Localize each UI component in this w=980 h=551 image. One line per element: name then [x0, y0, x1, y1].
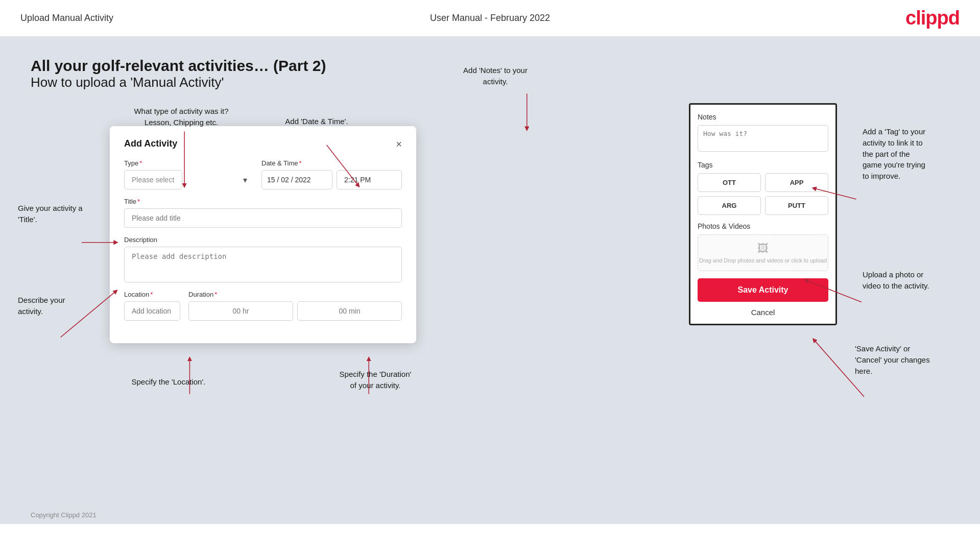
callout-give-title: Give your activity a'Title'.: [18, 203, 94, 225]
type-select[interactable]: Please select: [124, 170, 182, 189]
notes-input[interactable]: [698, 125, 828, 152]
location-label: Location*: [124, 291, 180, 298]
footer: Copyright Clippd 2021: [0, 506, 980, 524]
tag-ott[interactable]: OTT: [698, 173, 761, 192]
title-group: Title*: [124, 198, 402, 228]
description-label: Description: [124, 236, 402, 244]
photos-upload-area[interactable]: 🖼 Drag and Drop photos and videos or cli…: [698, 234, 828, 271]
date-input-group: 📅: [261, 170, 332, 189]
type-label: Type*: [124, 159, 253, 167]
upload-icon: 🖼: [757, 242, 769, 255]
callout-notes: Add 'Notes' to youractivity.: [444, 65, 546, 87]
notes-label: Notes: [698, 113, 828, 121]
tags-grid: OTT APP ARG PUTT: [698, 173, 828, 215]
title-label: Title*: [124, 198, 402, 205]
duration-inputs: [188, 301, 402, 321]
upload-text: Drag and Drop photos and videos or click…: [699, 257, 827, 263]
page-title: Upload Manual Activity: [20, 13, 113, 23]
datetime-group: Date & Time* 📅: [261, 159, 402, 189]
callout-save-cancel: 'Save Activity' or'Cancel' your changesh…: [855, 343, 972, 376]
tag-arg[interactable]: ARG: [698, 196, 761, 215]
type-datetime-row: Type* Please select Date & Time* 📅: [124, 159, 402, 189]
location-input[interactable]: [124, 301, 180, 321]
close-button[interactable]: ×: [396, 139, 402, 149]
phone-panel-inner: Notes Tags OTT APP ARG PUTT Photos & Vid…: [690, 105, 835, 324]
manual-title: User Manual - February 2022: [430, 13, 550, 23]
save-activity-button[interactable]: Save Activity: [698, 278, 828, 302]
tag-putt[interactable]: PUTT: [765, 196, 828, 215]
duration-label: Duration*: [188, 291, 402, 298]
add-activity-dialog: Add Activity × Type* Please select Date …: [110, 126, 416, 343]
phone-panel: Notes Tags OTT APP ARG PUTT Photos & Vid…: [689, 103, 837, 325]
clippd-logo: clippd: [905, 7, 960, 29]
main-content: All your golf-relevant activities… (Part…: [0, 37, 980, 524]
callout-describe: Describe youractivity.: [18, 295, 89, 317]
title-input[interactable]: [124, 208, 402, 228]
callout-upload: Upload a photo orvideo to the activity.: [863, 269, 970, 292]
callout-activity-type: What type of activity was it?Lesson, Chi…: [125, 106, 237, 128]
callout-tag: Add a 'Tag' to youractivity to link it t…: [863, 126, 965, 182]
location-group: Location*: [124, 291, 180, 321]
type-select-wrapper: Please select: [124, 170, 253, 189]
date-input[interactable]: [262, 171, 332, 189]
location-duration-row: Location* Duration*: [124, 291, 402, 321]
duration-group: Duration*: [188, 291, 402, 321]
callout-date-time: Add 'Date & Time'.: [266, 116, 368, 127]
duration-min-input[interactable]: [297, 301, 402, 321]
callout-duration: Specify the 'Duration'of your activity.: [317, 369, 434, 391]
tags-label: Tags: [698, 161, 828, 169]
description-group: Description: [124, 236, 402, 282]
time-input[interactable]: [337, 170, 402, 189]
datetime-inputs: 📅: [261, 170, 402, 189]
top-bar: Upload Manual Activity User Manual - Feb…: [0, 0, 980, 37]
duration-hr-input[interactable]: [188, 301, 293, 321]
callout-location: Specify the 'Location'.: [117, 376, 220, 388]
dialog-title: Add Activity: [124, 138, 177, 149]
tag-app[interactable]: APP: [765, 173, 828, 192]
datetime-label: Date & Time*: [261, 159, 402, 167]
photos-label: Photos & Videos: [698, 222, 828, 230]
type-group: Type* Please select: [124, 159, 253, 189]
copyright: Copyright Clippd 2021: [31, 511, 97, 519]
cancel-button[interactable]: Cancel: [698, 308, 828, 317]
dialog-header: Add Activity ×: [124, 138, 402, 149]
description-input[interactable]: [124, 247, 402, 282]
